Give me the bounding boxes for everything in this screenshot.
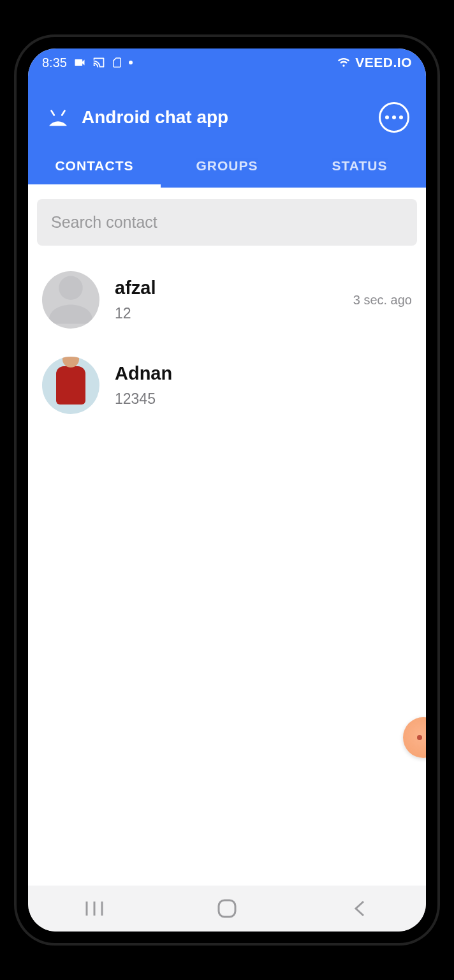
avatar-photo: [42, 357, 99, 414]
watermark-brand: VEED.IO: [355, 55, 412, 70]
cast-icon: [92, 56, 105, 69]
svg-point-1: [61, 119, 63, 122]
svg-point-0: [53, 119, 55, 122]
system-nav-bar: [28, 886, 426, 932]
avatar-placeholder: [42, 271, 99, 329]
sim-icon: [112, 56, 122, 70]
nav-back-button[interactable]: [334, 896, 385, 921]
nav-recents-button[interactable]: [69, 896, 120, 921]
more-dot-icon: [399, 115, 403, 119]
svg-line-3: [62, 111, 64, 115]
nav-home-button[interactable]: [201, 896, 253, 921]
tab-contacts[interactable]: CONTACTS: [28, 147, 161, 188]
recents-icon: [83, 899, 106, 918]
app-title: Android chat app: [82, 107, 228, 128]
status-dot-icon: [129, 61, 133, 64]
tab-status[interactable]: STATUS: [293, 147, 426, 188]
contact-name: Adnan: [115, 363, 412, 384]
videocam-icon: [73, 56, 86, 69]
wifi-icon: [337, 56, 350, 69]
more-dot-icon: [385, 115, 389, 119]
tab-groups[interactable]: GROUPS: [161, 147, 293, 188]
search-input[interactable]: [37, 199, 417, 246]
status-time: 8:35: [42, 56, 67, 70]
phone-frame: 8:35 VEED.IO: [0, 0, 454, 980]
content-area: afzal 12 3 sec. ago Adnan 12345: [28, 188, 426, 886]
screen: 8:35 VEED.IO: [28, 48, 426, 932]
svg-line-2: [52, 111, 54, 115]
android-icon: [45, 108, 71, 127]
svg-rect-7: [219, 900, 235, 917]
status-bar: 8:35 VEED.IO: [28, 48, 426, 77]
person-icon: [42, 271, 99, 329]
contact-subtitle: 12345: [115, 390, 412, 408]
contact-row[interactable]: Adnan 12345: [28, 343, 426, 428]
tab-bar: CONTACTS GROUPS STATUS: [28, 147, 426, 188]
edge-floating-bubble[interactable]: [403, 717, 426, 758]
contact-row[interactable]: afzal 12 3 sec. ago: [28, 257, 426, 343]
more-menu-button[interactable]: [379, 102, 409, 133]
contact-name: afzal: [115, 278, 353, 299]
avatar-person-illustration: [56, 366, 85, 405]
home-icon: [216, 898, 238, 919]
back-icon: [351, 899, 369, 918]
contact-timestamp: 3 sec. ago: [353, 293, 412, 308]
app-bar: Android chat app: [28, 77, 426, 147]
more-dot-icon: [392, 115, 396, 119]
contact-subtitle: 12: [115, 305, 353, 322]
phone-body: 8:35 VEED.IO: [17, 37, 437, 943]
